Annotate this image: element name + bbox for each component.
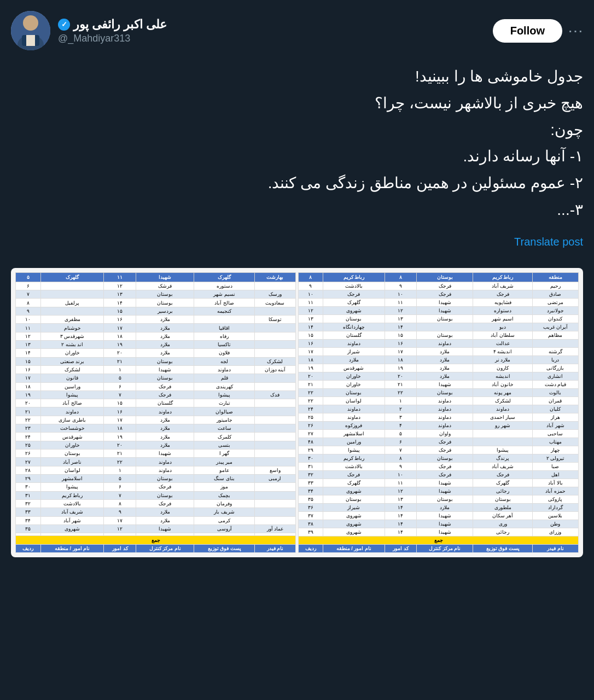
table-row: مرتضیفشاپویهشهیدا۱۱گلهرک۱۱ [299,298,579,306]
name-block: علی اکبر رائفی پور ✓ @_Mahdiyar313 [58,18,167,44]
right-table-footer-row: نام فیدر پست فوق توزیع نام مرکز کنترل کد… [16,544,296,552]
tweet-line-1: جدول خاموشی ها را ببینید! [11,65,583,89]
display-name: علی اکبر رائفی پور ✓ [58,18,167,32]
table-row: قیام دشتخانون آبادشهیدا۲۱خاوران۲۱ [299,380,579,388]
col-header-rabat: رباط کریم [473,272,532,282]
table-row: بتسیملارد۲۰خاوران۲۵ [16,441,296,449]
tweet-line-3: چون: [11,118,583,143]
table-row: عدالتدماوند۱۶دماوند۱۶ [299,339,579,347]
table-row: صیالواندماوند۱۶دماوند۲۱ [16,407,296,416]
data-table-wrapper: منطقه رباط کریم بوستان ۸ رباط کریم ۸ رحی… [15,272,579,553]
tweet-line-4: ۱- آنها رسانه دارند. [11,144,583,169]
table-row: جولانبرددستوارهشهیدا۱۲شهروی۱۲ [299,306,579,314]
table-row: مظاهمسلطان آبادبوستان۱۵گلستان۱۵ [299,331,579,339]
col-header-a2: ۸ [299,272,323,282]
table-row: حمزه آبادرجائیشهیدا۱۲شهروی۳۴ [299,487,579,495]
rcol-bhaarsht: بهارشت [254,272,295,282]
table-row: رحیمشریف آبادفرجک۹بالادشت۹ [299,282,579,290]
table-row: تاکسیاملارد۱۹اند بشنه ۲۱۳ [16,340,296,348]
table-row: هرازسیار احمدیدماوند۳دماوند۲۵ [299,413,579,421]
table-row: شریف بارملارد۹شریف آباد۳۳ [16,508,296,516]
table-row: آیران غریبدیو۱۴چهاردانگاه۱۴ [299,323,579,331]
table-row: ورسکنسیم شهربوستان۱۳۷ [16,290,296,299]
table-image: منطقه رباط کریم بوستان ۸ رباط کریم ۸ رحی… [11,268,583,557]
table-row: توسکاملارد۱۶مظفری۱۰ [16,316,296,324]
table-row: جامیتورملارد۱۷باطری سازی۲۲ [16,416,296,424]
table-row: تبارتگلستان۱۵صالح آباد۲۰ [16,399,296,407]
table-row: پازوکیبوستانبوستان۱۳بوستان۳۵ [299,495,579,503]
table-row: وطنوریشهیدا۱۴شهروی۳۸ [299,520,579,528]
sum-row: جمع [299,536,579,544]
rcol-shohada: شهیدا [136,272,194,282]
verified-badge: ✓ [58,19,70,31]
table-row: بچمکبوستان۷رباط کریم۳۱ [16,491,296,499]
table-row: کنجیمهبردسیر۱۵۹ [16,307,296,315]
table-row: کرمیملارد۱۷شهر آباد۳۴ [16,516,296,524]
table-row: اقاقیاملارد۱۷خوشنام۱۱ [16,324,296,332]
table-row: بالا آبادگلهرکشهیدا۱۱گلهرک۳۳ [299,479,579,487]
table-row: چهارپیشوافرجک۷پیشوا۲۹ [299,446,579,454]
rcol-gol: گلهرک [194,272,255,282]
follow-button[interactable]: Follow [493,19,562,43]
table-row: صادقفرجکفرجک۱۰فرجک۱۰ [299,290,579,298]
more-options-button[interactable]: ⋯ [568,22,583,40]
tweet-header: علی اکبر رائفی پور ✓ @_Mahdiyar313 Follo… [11,11,583,50]
table-row: کلیاندماونددماوند۲دماوند۲۴ [299,405,579,413]
sum-row-right: جمع [16,536,296,545]
table-row: بلاسینآهر سکانشهیدا۱۴شهروی۳۷ [299,511,579,520]
avatar[interactable] [11,11,50,50]
table-container: منطقه رباط کریم بوستان ۸ رباط کریم ۸ رحی… [11,268,583,557]
col-header-boustaan: بوستان [416,272,473,282]
table-row: دستورهفرشک۱۲۶ [16,282,296,290]
rcol-11: ۱۱ [104,272,136,282]
table-row: قمرانلشکرکدماوند۱لواسان۲۲ [299,396,579,405]
table-row: دریاملارد نرملارد۱۸ملارد۱۸ [299,355,579,364]
table-row: بازرگانیکارونملارد۱۹شهرقدس۱۹ [299,364,579,372]
translate-post-link[interactable]: Translate post [514,236,583,248]
table-footer-row: نام فیدر پست فوق توزیع نام مرکز کنترل کد… [299,544,579,552]
table-row: شهر آبادشهر رودماوند۴فروزکوه۲۶ [299,421,579,429]
table-row: مهتابفرجک۶ورامین۴۸ [299,438,579,446]
table-row: کندواناسیم شهربوستان۱۳بوستان۱۳ [299,314,579,323]
tweet-line-5: ۲- عموم مسئولین در همین مناطق زندگی می ک… [11,171,583,196]
svg-point-1 [23,15,38,31]
col-header-rabat2: رباط کریم [323,272,385,282]
right-data-table: بهارشت گلهرک شهیدا ۱۱ گلهرک ۵ دستورهفرشک… [15,272,296,553]
table-row: اهلفرجکفرجک۱۰فرجک۳۲ [299,470,579,479]
header-actions: Follow ⋯ [493,19,583,43]
left-data-table: منطقه رباط کریم بوستان ۸ رباط کریم ۸ رحی… [298,272,579,553]
table-row: فدکپیشوافرجک۷پیشوا۱۹ [16,390,296,399]
rcol-5: ۵ [16,272,41,282]
table-row: تیرولی ۲پرندگبوستان۸رباط کریم۳۰ [299,454,579,462]
tweet-body: جدول خاموشی ها را ببینید! هیچ خبری از با… [11,59,583,257]
user-info: علی اکبر رائفی پور ✓ @_Mahdiyar313 [11,11,167,50]
table-row: بالوتمهر پونهبوستان۲۲بوستان۲۲ [299,388,579,396]
rcol-gol2: گلهرک [40,272,103,282]
table-row: ساحبیواوان۵اسلامشهر۲۷ [299,429,579,438]
table-row: آینه دوزاندماوندشهیدا۱لشکرک۱۶ [16,365,296,374]
table-row: گهر اشهیدا۲۱بوستان۲۶ [16,450,296,458]
table-row: ارمبیبنای سنگبوستان۵اسلامشهر۲۹ [16,474,296,482]
table-row: صباشریف آبادفرجک۹بالادشت۳۱ [299,462,579,470]
table-row: انشاریاندیشهملارد۲۰خاوران۲۰ [299,372,579,380]
svg-rect-4 [26,35,35,46]
table-row: فلاونملارد۲۰خاوران۱۴ [16,349,296,357]
col-header-a: ۸ [385,272,416,282]
table-row: گرشنهاندیشه ۴ملارد۱۷شیراز۱۷ [299,347,579,355]
table-row: وفرمانفرجک۸بالادشت۳۲ [16,499,296,508]
table-row: وزرایرجائیشهیدا۱۴شهروی۳۹ [299,528,579,536]
table-row: گردارادملطوریملارد۱۴شیراز۳۶ [299,503,579,511]
table-row: لشکرکلجهبوستان۲۱برند صنعتی۱۵ [16,357,296,365]
tweet-line-2: هیچ خبری از بالاشهر نیست، چرا؟ [11,91,583,116]
table-row: میر پیدردماوند۲۲ناصر آباد۲۷ [16,458,296,466]
table-row: عماد آورآروسیشهیدا۱۲شهروی۳۵ [16,524,296,533]
username: @_Mahdiyar313 [58,33,167,44]
table-row: موزفرجک۶پیشوا۳۰ [16,483,296,491]
table-row: قلمبوستان۵قانون۱۷ [16,374,296,382]
tweet-text: جدول خاموشی ها را ببینید! هیچ خبری از با… [11,65,583,223]
table-row: رفاهملارد۱۸شهرقدس ۳۱۲ [16,332,296,340]
table-row: سعادویتصالح آبادبوستان۱۴پرلفیل۸ [16,299,296,307]
table-row: کلمرکملارد۱۹شهرقدس۲۴ [16,433,296,441]
table-row: واسععامودماوند۱لواسان۲۸ [16,466,296,474]
tweet-line-6: ۳-... [11,198,583,223]
